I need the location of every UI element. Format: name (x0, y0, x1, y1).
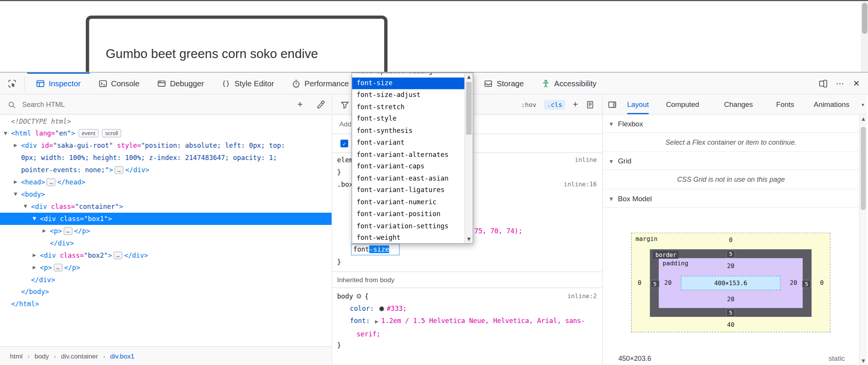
scrollbar-thumb[interactable] (861, 127, 866, 210)
breadcrumb-item-body[interactable]: body (34, 352, 50, 360)
section-flexbox[interactable]: ▼Flexbox (603, 115, 859, 133)
border-left-value[interactable]: 5 (651, 280, 659, 288)
autocomplete-item[interactable]: font-variant-position (352, 208, 473, 220)
padding-left-value[interactable]: 20 (664, 279, 672, 286)
tree-row[interactable]: </body> (0, 286, 332, 298)
tree-row[interactable]: </div> (0, 237, 332, 249)
tab-fonts[interactable]: Fonts (776, 95, 794, 114)
tab-animations[interactable]: Animations (814, 95, 849, 114)
tree-row[interactable]: ▼<html lang="en">eventscroll (0, 128, 332, 140)
tab-computed[interactable]: Computed (666, 95, 699, 114)
node-badge-scroll[interactable]: scroll (102, 129, 121, 137)
tab-overflow-icon[interactable]: ▾ (862, 95, 864, 115)
close-button[interactable]: ✕ (848, 72, 865, 94)
expand-arrow-icon[interactable]: ▶ (11, 176, 19, 188)
tab-console[interactable]: Console (89, 72, 148, 94)
tree-row[interactable]: </html> (0, 298, 332, 310)
autocomplete-item[interactable]: font-variant-caps (352, 161, 473, 173)
expand-arrow-icon[interactable]: ▶ (31, 249, 38, 262)
autocomplete-item[interactable]: font-variant-ligatures (352, 184, 473, 196)
body-rule-selector[interactable]: body⚙{ inline:2 (332, 290, 602, 302)
margin-left-value[interactable]: 0 (638, 279, 641, 286)
autocomplete-item[interactable]: font-weight (352, 232, 473, 244)
element-picker-button[interactable] (0, 72, 24, 94)
class-toggle[interactable]: .cls (544, 100, 565, 110)
autocomplete-item[interactable]: font-variant (352, 137, 473, 149)
node-badge-event[interactable]: event (78, 129, 98, 137)
tree-row-selected[interactable]: ▼<div class="box1"> (0, 213, 332, 225)
autocomplete-item[interactable]: font-stretch (352, 101, 473, 113)
scroll-up-icon[interactable]: ▲ (860, 116, 867, 121)
expand-arrow-icon[interactable]: ▼ (11, 188, 19, 200)
autocomplete-item[interactable]: font-variant-east-asian (352, 173, 473, 184)
tab-layout[interactable]: Layout (627, 95, 649, 114)
section-grid[interactable]: ▼Grid (603, 152, 859, 170)
print-media-icon[interactable] (586, 100, 594, 109)
padding-top-value[interactable]: 20 (727, 263, 734, 270)
autocomplete-item[interactable]: font-optical-sizing (352, 73, 473, 77)
scrollbar-thumb[interactable] (466, 82, 472, 135)
page-scrollbar-thumb[interactable] (862, 3, 867, 34)
breadcrumb-item-div-container[interactable]: div.container (60, 352, 99, 360)
expand-arrow-icon[interactable]: ▶ (11, 140, 19, 152)
scroll-down-icon[interactable]: ▼ (465, 236, 473, 243)
tree-row[interactable]: ▶<div class="box2">…</div> (0, 249, 332, 262)
expand-arrow-icon[interactable]: ▶ (375, 319, 378, 324)
tab-changes[interactable]: Changes (724, 95, 753, 114)
css-declaration[interactable]: font: ▶1.2em / 1.5 Helvetica Neue, Helve… (332, 315, 598, 340)
border-top-value[interactable]: 5 (726, 250, 735, 258)
color-swatch[interactable] (379, 306, 384, 311)
margin-top-value[interactable]: 0 (729, 237, 733, 244)
checkbox[interactable]: ✓ (340, 140, 348, 147)
expand-arrow-icon[interactable]: ▼ (31, 213, 38, 225)
tree-row[interactable]: ▶<p>…</p> (0, 225, 332, 237)
expand-arrow-icon[interactable]: ▶ (31, 262, 38, 274)
breadcrumb-item-div-box1[interactable]: div.box1 (109, 352, 135, 360)
tab-style-editor[interactable]: {}Style Editor (213, 72, 283, 94)
css-declaration[interactable]: color: #333; (332, 302, 598, 315)
tab-performance[interactable]: Performance (283, 72, 358, 94)
rule-source-link[interactable]: inline (575, 154, 597, 166)
ellipsis-pill[interactable]: … (115, 166, 124, 174)
page-scrollbar[interactable] (861, 2, 868, 72)
border-right-value[interactable]: 5 (802, 280, 811, 288)
add-node-button[interactable]: + (293, 95, 308, 114)
border-bottom-value[interactable]: 5 (726, 308, 735, 317)
rule-source-link[interactable]: inline:2 (567, 290, 597, 302)
gear-icon[interactable]: ⚙ (356, 292, 362, 300)
tree-row[interactable]: </div> (0, 274, 332, 286)
autocomplete-item[interactable]: font-size (352, 77, 473, 89)
tree-row[interactable]: ▶<head>…</head> (0, 176, 332, 188)
expand-arrow-icon[interactable]: ▼ (22, 200, 29, 213)
tab-inspector[interactable]: Inspector (27, 72, 89, 94)
autocomplete-item[interactable]: font-size-adjust (352, 89, 473, 101)
tree-row[interactable]: 0px; width: 100%; height: 100%; z-index:… (0, 152, 332, 164)
responsive-design-button[interactable] (815, 72, 832, 94)
ellipsis-pill[interactable]: … (47, 178, 55, 186)
popup-scrollbar[interactable]: ▲ ▼ (464, 73, 473, 243)
tab-accessibility[interactable]: Accessibility (533, 72, 605, 94)
eyedropper-icon[interactable] (316, 100, 325, 109)
scroll-up-icon[interactable]: ▲ (465, 73, 473, 81)
autocomplete-item[interactable]: font-synthesis (352, 125, 473, 137)
rule-source-link[interactable]: inline:16 (564, 178, 597, 191)
tree-row[interactable]: ▼<body> (0, 188, 332, 200)
breadcrumb-item-html[interactable]: html (9, 352, 24, 360)
expand-arrow-icon[interactable]: ▶ (40, 225, 48, 237)
margin-right-value[interactable]: 0 (820, 279, 824, 286)
tree-row[interactable]: pointer-events: none;">…</div> (0, 164, 332, 176)
search-input[interactable]: Search HTML (22, 95, 65, 115)
padding-bottom-value[interactable]: 20 (727, 296, 734, 303)
add-rule-button[interactable]: + (573, 100, 578, 110)
tab-storage[interactable]: Storage (475, 72, 533, 94)
box-model-content[interactable]: 400×153.6 (681, 276, 781, 291)
padding-right-value[interactable]: 20 (790, 279, 797, 286)
tree-row[interactable]: ▶<div id="saka-gui-root" style="position… (0, 140, 332, 152)
margin-bottom-value[interactable]: 40 (727, 321, 734, 329)
sidebar-scrollbar[interactable]: ▲ ▼ (859, 115, 867, 365)
tree-row[interactable]: ▶<p>…</p> (0, 262, 332, 274)
ellipsis-pill[interactable]: … (63, 227, 72, 235)
new-property-input[interactable]: font-size (351, 244, 400, 255)
content-size-value[interactable]: 400×153.6 (714, 279, 747, 287)
expand-arrow-icon[interactable]: ▼ (2, 128, 9, 140)
